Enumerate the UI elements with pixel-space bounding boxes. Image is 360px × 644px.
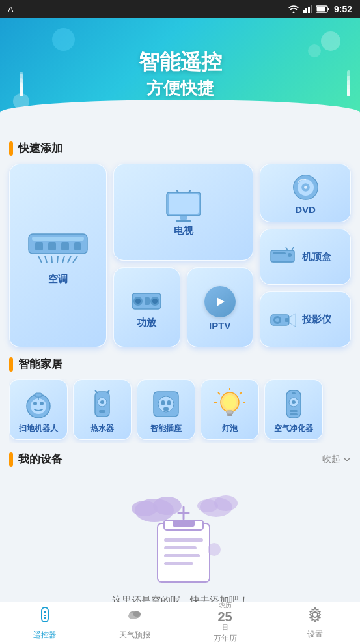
aircond-icon xyxy=(25,229,90,268)
my-devices-header: 我的设备 收起 xyxy=(9,452,351,467)
settopbox-label: 机顶盒 xyxy=(302,251,331,263)
mid-col: 电视 功放 xyxy=(113,164,253,347)
quick-add-header: 快速添加 xyxy=(9,141,351,156)
svg-point-51 xyxy=(40,402,44,405)
svg-rect-23 xyxy=(176,220,191,222)
svg-rect-88 xyxy=(173,520,195,527)
svg-rect-99 xyxy=(44,617,46,619)
svg-rect-63 xyxy=(167,400,171,405)
svg-point-39 xyxy=(288,253,292,257)
socket-icon xyxy=(150,388,182,420)
svg-rect-1 xyxy=(305,8,307,13)
deco-circle-4 xyxy=(52,28,75,51)
svg-rect-0 xyxy=(303,10,305,13)
svg-rect-62 xyxy=(161,400,165,405)
section-bar-orange-3 xyxy=(9,452,13,467)
svg-rect-8 xyxy=(32,237,84,241)
svg-rect-9 xyxy=(35,242,43,250)
svg-rect-2 xyxy=(308,7,310,13)
smart-home-header: 智能家居 xyxy=(9,357,351,372)
settopbox-icon xyxy=(270,247,296,267)
iptv-label: IPTV xyxy=(209,320,230,331)
device-amp[interactable]: 功放 xyxy=(113,267,180,347)
svg-rect-12 xyxy=(74,242,81,250)
device-projector[interactable]: 投影仪 xyxy=(260,291,351,347)
empty-illustration xyxy=(115,488,245,592)
svg-point-45 xyxy=(275,318,279,322)
calendar-top: 农历 xyxy=(219,602,232,609)
status-right: 9:52 xyxy=(288,4,352,14)
socket-label: 智能插座 xyxy=(150,423,182,434)
svg-rect-6 xyxy=(316,7,325,12)
svg-line-19 xyxy=(73,256,77,263)
svg-marker-47 xyxy=(289,314,296,327)
aircond-label: 空调 xyxy=(48,273,68,285)
device-socket[interactable]: 智能插座 xyxy=(137,379,195,440)
svg-rect-93 xyxy=(164,554,200,557)
svg-rect-79 xyxy=(292,392,296,394)
svg-rect-38 xyxy=(273,252,286,254)
bottom-nav: 遥控器 天气预报 农历 25 日 万年历 设置 xyxy=(0,602,360,644)
smart-home-title: 智能家居 xyxy=(18,357,62,372)
device-heater[interactable]: 热水器 xyxy=(73,379,132,440)
svg-point-85 xyxy=(197,499,218,512)
svg-point-50 xyxy=(33,402,37,405)
dvd-label: DVD xyxy=(295,204,316,215)
device-aircond[interactable]: 空调 xyxy=(9,164,107,347)
airpurifier-icon xyxy=(277,388,310,420)
svg-point-84 xyxy=(214,495,238,511)
nav-item-calendar[interactable]: 农历 25 日 万年历 xyxy=(180,602,270,644)
device-settopbox[interactable]: 机顶盒 xyxy=(260,229,351,285)
quick-add-grid: 空调 电视 xyxy=(9,164,351,347)
nav-item-weather[interactable]: 天气预报 xyxy=(90,606,180,641)
iptv-circle xyxy=(204,286,236,317)
device-robot[interactable]: 扫地机器人 xyxy=(9,379,68,440)
chevron-down-icon xyxy=(343,456,351,463)
nav-item-settings[interactable]: 设置 xyxy=(270,606,360,640)
svg-rect-77 xyxy=(290,410,298,412)
svg-rect-68 xyxy=(227,414,232,416)
amp-icon xyxy=(130,288,163,314)
projector-icon xyxy=(270,310,296,329)
svg-line-15 xyxy=(51,256,52,263)
device-bulb[interactable]: 灯泡 xyxy=(201,379,259,440)
tv-label: 电视 xyxy=(174,225,193,237)
amp-label: 功放 xyxy=(137,317,156,329)
deco-circle-2 xyxy=(308,44,321,57)
tv-icon xyxy=(164,190,203,222)
svg-rect-64 xyxy=(163,407,169,411)
nav-label-settings: 设置 xyxy=(307,629,323,640)
status-left: A xyxy=(8,5,14,14)
svg-point-28 xyxy=(135,299,141,304)
device-airpurifier[interactable]: 空气净化器 xyxy=(264,379,323,440)
svg-line-58 xyxy=(95,390,98,393)
nav-label-calendar: 万年历 xyxy=(214,633,237,644)
svg-rect-67 xyxy=(227,411,233,414)
svg-rect-91 xyxy=(164,538,203,542)
nav-label-remote: 遥控器 xyxy=(33,630,57,641)
quick-add-title: 快速添加 xyxy=(18,141,62,156)
svg-rect-46 xyxy=(285,318,289,322)
battery-icon xyxy=(316,5,330,13)
aircond-col: 空调 xyxy=(9,164,107,347)
svg-point-81 xyxy=(153,497,182,515)
my-devices-title: 我的设备 xyxy=(18,452,62,467)
airpurifier-label: 空气净化器 xyxy=(274,423,313,434)
svg-line-42 xyxy=(292,247,294,250)
svg-point-66 xyxy=(223,395,236,409)
svg-rect-94 xyxy=(164,562,193,565)
svg-line-16 xyxy=(57,256,58,263)
calendar-display: 农历 25 日 xyxy=(218,602,232,631)
device-iptv[interactable]: IPTV xyxy=(187,267,254,347)
bulb-icon xyxy=(214,388,246,420)
device-tv[interactable]: 电视 xyxy=(113,164,253,261)
my-devices-empty: 这里还是空的呢，快去添加吧！ xyxy=(9,475,351,602)
device-dvd[interactable]: DVD xyxy=(260,164,351,222)
svg-line-14 xyxy=(45,256,47,263)
status-time: 9:52 xyxy=(334,4,352,14)
svg-rect-31 xyxy=(145,297,150,305)
nav-item-remote[interactable]: 遥控器 xyxy=(0,606,90,641)
collapse-action[interactable]: 收起 xyxy=(322,454,351,465)
svg-rect-11 xyxy=(61,242,69,250)
svg-point-30 xyxy=(152,299,158,304)
